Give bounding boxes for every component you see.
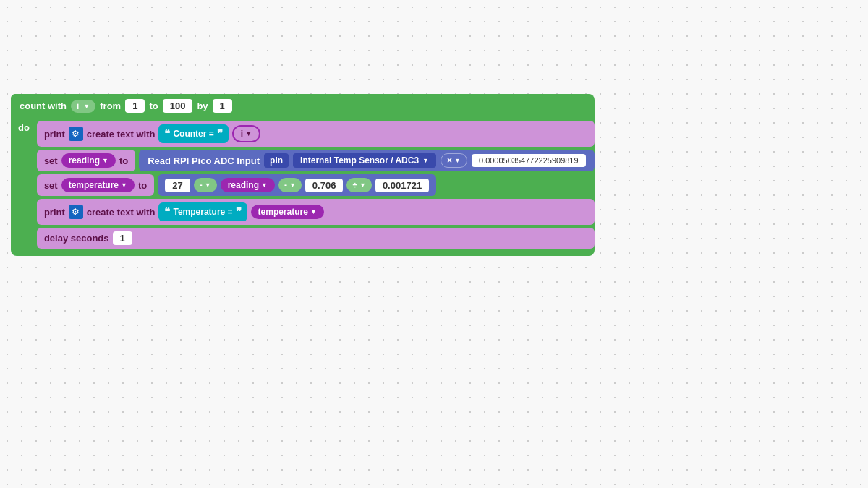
delay-label: delay seconds (44, 233, 109, 244)
temp-calc-block: 27 - ▼ reading ▼ - ▼ (158, 174, 436, 196)
loop-var-pill[interactable]: i (71, 100, 95, 113)
inner-blocks: print ⚙ create text with ❝ Counter = ❞ i… (37, 121, 595, 249)
set-temp-to: to (138, 180, 147, 191)
pin-val-pill[interactable]: Internal Temp Sensor / ADC3 ▼ (293, 153, 436, 168)
set-reading-block: set reading ▼ to (37, 150, 135, 171)
temperature-var-pill[interactable]: temperature ▼ (61, 178, 135, 192)
create-text2-label: create text with (87, 207, 156, 218)
text-join2: ❝ Temperature = ❞ (158, 202, 247, 221)
reading-var-pill[interactable]: reading ▼ (61, 153, 116, 168)
by-val[interactable]: 1 (213, 99, 232, 113)
gear-icon1[interactable]: ⚙ (69, 127, 83, 141)
text-join1: ❝ Counter = ❞ (158, 124, 228, 143)
set-temperature-row: set temperature ▼ to 27 - ▼ (37, 174, 595, 196)
gear-icon2[interactable]: ⚙ (69, 205, 83, 219)
from-val[interactable]: 1 (125, 99, 145, 113)
pin-val: Internal Temp Sensor / ADC3 (300, 155, 419, 166)
loop-do-section: do print ⚙ create text with ❝ Counter = … (11, 118, 595, 249)
to-val[interactable]: 100 (163, 99, 193, 113)
close-quote2: ❞ (236, 205, 242, 218)
open-quote2: ❝ (164, 205, 170, 218)
do-label: do (11, 118, 37, 137)
open-quote1: ❝ (164, 127, 170, 140)
create-text1-label: create text with (87, 129, 156, 140)
temperature-display-pill[interactable]: temperature ▼ (251, 205, 324, 219)
i-dropdown-arrow: ▼ (245, 130, 252, 137)
counter-string: Counter = (173, 129, 213, 139)
set-temperature-block: set temperature ▼ to (37, 174, 154, 196)
reading-in-temp[interactable]: reading ▼ (221, 178, 275, 192)
loop-block: count with i from 1 to 100 by 1 do print… (11, 94, 595, 256)
set-reading-row: set reading ▼ to Read RPI Pico ADC Input… (37, 150, 595, 171)
minus1-op[interactable]: - ▼ (194, 178, 217, 192)
x-operator[interactable]: × ▼ (441, 153, 467, 168)
set-temp-label: set (44, 180, 58, 191)
print2-label: print (44, 207, 65, 218)
close-quote1: ❞ (217, 127, 223, 140)
delay-val[interactable]: 1 (113, 231, 132, 245)
from-label: from (100, 100, 121, 111)
i-var-pill[interactable]: i ▼ (232, 125, 260, 142)
delay-block: delay seconds 1 (37, 228, 595, 249)
val3[interactable]: 0.001721 (375, 179, 429, 192)
div-op[interactable]: ÷ ▼ (346, 178, 372, 192)
temp-string: Temperature = (173, 207, 232, 217)
adc-block: Read RPI Pico ADC Input pin Internal Tem… (139, 150, 594, 171)
count-label: count with (20, 100, 67, 111)
by-label: by (197, 100, 208, 111)
pin-label: pin (264, 153, 289, 168)
minus2-op[interactable]: - ▼ (278, 178, 302, 192)
adc-label: Read RPI Pico ADC Input (148, 155, 260, 166)
print1-label: print (44, 129, 65, 140)
print2-block: print ⚙ create text with ❝ Temperature =… (37, 199, 595, 225)
loop-header: count with i from 1 to 100 by 1 (11, 94, 241, 118)
val1[interactable]: 27 (165, 179, 190, 192)
adc-result-val: 0.000050354772225909819 (472, 154, 586, 167)
workspace: count with i from 1 to 100 by 1 do print… (11, 94, 595, 256)
print1-block: print ⚙ create text with ❝ Counter = ❞ i… (37, 121, 595, 147)
set-reading-to-label: to (119, 155, 128, 166)
set-reading-label: set (44, 155, 58, 166)
to-label: to (149, 100, 158, 111)
val2[interactable]: 0.706 (305, 179, 344, 192)
